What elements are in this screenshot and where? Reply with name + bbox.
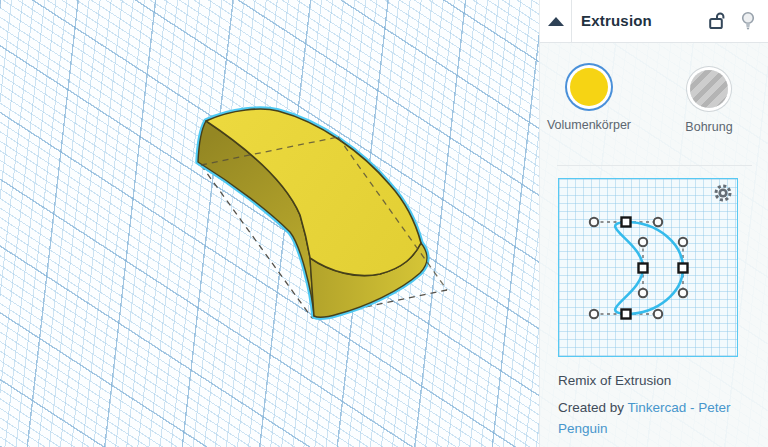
settings-gear-icon[interactable] bbox=[713, 183, 733, 203]
inspector-title: Extrusion bbox=[581, 12, 652, 29]
collapse-up-triangle-icon bbox=[548, 17, 564, 26]
solid-swatch-icon[interactable] bbox=[570, 68, 608, 106]
collapse-panel-button[interactable] bbox=[540, 0, 572, 42]
created-by-line: Created by Tinkercad - Peter Penguin bbox=[558, 397, 750, 439]
inspector-header: Extrusion bbox=[540, 0, 768, 43]
remix-label: Remix of Extrusion bbox=[558, 373, 671, 388]
hole-swatch-icon[interactable] bbox=[690, 70, 728, 108]
profile-curve bbox=[615, 222, 683, 314]
created-by-prefix: Created by bbox=[558, 400, 628, 415]
profile-curve-editor[interactable] bbox=[559, 179, 736, 355]
inspector-body: Volumenkörper Bohrung bbox=[540, 42, 768, 447]
option-hole[interactable]: Bohrung bbox=[664, 70, 754, 134]
curve-anchors[interactable] bbox=[622, 218, 688, 319]
shape-inspector-panel: Extrusion Volumenkörper Bohrung bbox=[539, 0, 768, 447]
separator bbox=[557, 165, 752, 166]
lightbulb-icon[interactable] bbox=[740, 11, 756, 31]
option-solid-label: Volumenkörper bbox=[540, 118, 638, 132]
profile-editor-card[interactable] bbox=[558, 178, 738, 357]
unlocked-padlock-icon[interactable] bbox=[709, 11, 727, 30]
option-hole-label: Bohrung bbox=[664, 120, 754, 134]
option-solid[interactable]: Volumenkörper bbox=[540, 68, 638, 132]
